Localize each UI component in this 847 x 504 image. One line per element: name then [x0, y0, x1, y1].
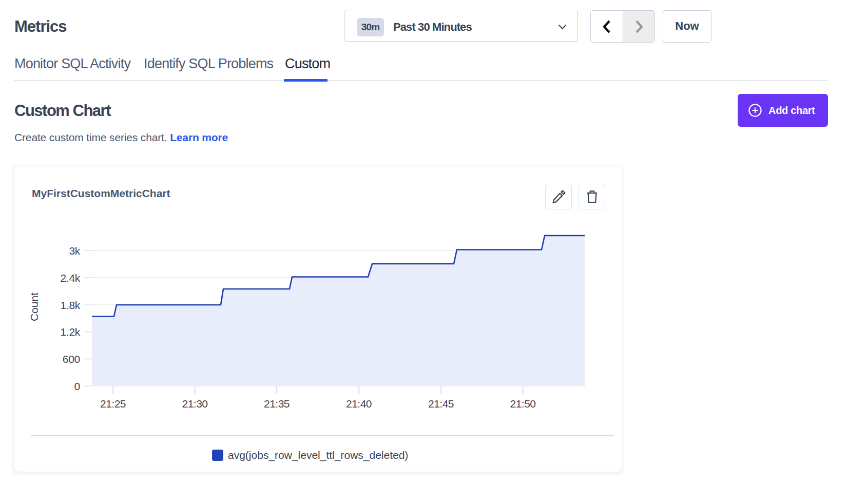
- svg-text:1.2k: 1.2k: [61, 326, 81, 338]
- svg-text:1.8k: 1.8k: [61, 299, 81, 311]
- svg-text:21:30: 21:30: [182, 398, 207, 410]
- svg-text:21:35: 21:35: [264, 398, 290, 410]
- svg-text:Count: Count: [28, 293, 40, 321]
- svg-text:600: 600: [63, 353, 80, 365]
- svg-text:21:25: 21:25: [100, 398, 126, 410]
- svg-text:21:50: 21:50: [510, 398, 535, 410]
- svg-text:2.4k: 2.4k: [61, 272, 81, 284]
- svg-text:3k: 3k: [69, 245, 80, 257]
- svg-text:21:40: 21:40: [346, 398, 372, 410]
- svg-text:21:45: 21:45: [428, 398, 454, 410]
- svg-text:0: 0: [74, 380, 80, 392]
